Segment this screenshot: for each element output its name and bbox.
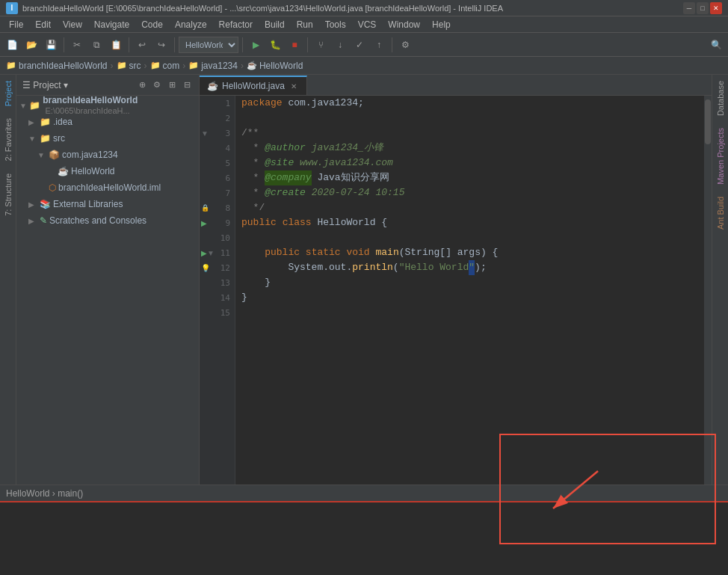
- sidebar-scope[interactable]: ⊕: [136, 79, 148, 91]
- sidebar-expand[interactable]: ⊞: [166, 79, 178, 91]
- sidebar-collapse[interactable]: ⊟: [181, 79, 193, 91]
- run-config-combo[interactable]: HelloWorld: [179, 37, 238, 53]
- vtab-favorites[interactable]: 2: Favorites: [0, 112, 16, 167]
- vtab-structure[interactable]: 7: Structure: [0, 167, 16, 222]
- code-line-4: * @author java1234_小锋: [241, 141, 698, 156]
- code-line-12: System.out.println("Hello World");: [241, 260, 698, 275]
- menu-vcs[interactable]: VCS: [352, 18, 383, 31]
- menu-refactor[interactable]: Refactor: [213, 18, 259, 31]
- breadcrumb-java1234[interactable]: 📁 java1234: [188, 61, 238, 71]
- tree-root[interactable]: ▼ 📁 branchIdeaHelloWorld E:\0065\branchI…: [16, 97, 199, 114]
- menu-edit[interactable]: Edit: [29, 18, 57, 31]
- project-sidebar: ☰ Project ▾ ⊕ ⚙ ⊞ ⊟ ▼ 📁 branchIdeaHelloW…: [16, 75, 200, 485]
- toolbar-sep-2: [129, 37, 129, 52]
- toolbar-settings[interactable]: ⚙: [396, 36, 414, 54]
- toolbar-debug[interactable]: 🐛: [266, 36, 284, 54]
- gutter-row-12: 💡 12: [200, 260, 235, 275]
- gutter-row-5: 5: [200, 156, 235, 170]
- fold-icon-11: ▼: [207, 249, 215, 257]
- code-line-7: * @create 2020-07-24 10:15: [241, 185, 698, 200]
- tree-scratches[interactable]: ▶ ✎ Scratches and Consoles: [16, 212, 199, 229]
- breadcrumb-root[interactable]: 📁 branchIdeaHelloWorld: [6, 61, 108, 71]
- menu-run[interactable]: Run: [291, 18, 319, 31]
- code-line-10: [241, 230, 698, 245]
- vtab-project[interactable]: Project: [0, 75, 16, 112]
- app-icon: I: [6, 2, 18, 14]
- breadcrumb-helloworld-label: HelloWorld: [259, 61, 303, 71]
- vtab-ant[interactable]: Ant Build: [712, 191, 728, 236]
- close-button[interactable]: ✕: [710, 2, 722, 14]
- toolbar-update[interactable]: ↓: [331, 36, 349, 54]
- right-scrollbar[interactable]: [704, 96, 712, 485]
- vtab-database[interactable]: Database: [712, 75, 728, 122]
- toolbar-stop[interactable]: ■: [286, 36, 303, 54]
- menu-code[interactable]: Code: [135, 18, 169, 31]
- toolbar-commit[interactable]: ✓: [351, 36, 368, 54]
- toolbar-cut[interactable]: ✂: [68, 36, 86, 54]
- vtab-maven[interactable]: Maven Projects: [712, 122, 728, 191]
- project-tree: ▼ 📁 branchIdeaHelloWorld E:\0065\branchI…: [16, 96, 199, 485]
- tree-src[interactable]: ▼ 📁 src: [16, 130, 199, 147]
- toolbar-search[interactable]: 🔍: [707, 36, 725, 54]
- code-line-13: }: [241, 275, 698, 290]
- tree-idea[interactable]: ▶ 📁 .idea: [16, 114, 199, 130]
- minimize-button[interactable]: ─: [683, 2, 695, 14]
- breadcrumb-helloworld[interactable]: ☕ HelloWorld: [247, 61, 303, 71]
- menu-file[interactable]: File: [3, 18, 29, 31]
- menu-build[interactable]: Build: [259, 18, 291, 31]
- tab-close-button[interactable]: ✕: [289, 81, 299, 91]
- toolbar-run[interactable]: ▶: [247, 36, 265, 54]
- toolbar-copy[interactable]: ⧉: [87, 36, 105, 54]
- tree-extlib[interactable]: ▶ 📚 External Libraries: [16, 196, 199, 212]
- toolbar-vcs[interactable]: ⑂: [312, 36, 330, 54]
- scroll-thumb: [705, 99, 711, 144]
- code-editor[interactable]: 1 2 ▼ 3 4 5 6 7: [200, 96, 712, 485]
- folder-icon-root: 📁: [29, 100, 40, 111]
- toolbar-paste[interactable]: 📋: [107, 36, 125, 54]
- breadcrumb-src[interactable]: 📁 src: [117, 61, 141, 71]
- sep2: ›: [144, 61, 147, 71]
- toolbar: 📄 📂 💾 ✂ ⧉ 📋 ↩ ↪ HelloWorld ▶ 🐛 ■ ⑂ ↓ ✓ ↑…: [0, 33, 728, 57]
- folder-icon: 📁: [6, 61, 16, 70]
- breadcrumb-com[interactable]: 📁 com: [150, 61, 180, 71]
- tree-label-src: src: [53, 133, 65, 144]
- menu-navigate[interactable]: Navigate: [88, 18, 135, 31]
- code-line-1: package com.java1234;: [241, 96, 698, 111]
- toolbar-push[interactable]: ↑: [370, 36, 388, 54]
- editor-area: ☕ HelloWorld.java ✕ 1 2 ▼ 3 4: [200, 75, 712, 485]
- java-file-icon: ☕: [58, 166, 69, 176]
- gutter-row-1: 1: [200, 96, 235, 111]
- editor-tabs: ☕ HelloWorld.java ✕: [200, 75, 712, 96]
- code-line-3: /**: [241, 126, 698, 141]
- line-gutter: 1 2 ▼ 3 4 5 6 7: [200, 96, 235, 485]
- toolbar-undo[interactable]: ↩: [133, 36, 151, 54]
- code-line-8: */: [241, 200, 698, 215]
- toolbar-open[interactable]: 📂: [22, 36, 40, 54]
- sidebar-settings[interactable]: ⚙: [151, 79, 163, 91]
- menu-view[interactable]: View: [57, 18, 88, 31]
- chevron-idea: ▶: [28, 118, 37, 126]
- toolbar-save[interactable]: 💾: [42, 36, 60, 54]
- folder-icon-src: 📁: [40, 133, 51, 144]
- code-line-14: }: [241, 290, 698, 305]
- menu-tools[interactable]: Tools: [319, 18, 352, 31]
- tree-package[interactable]: ▼ 📦 com.java1234: [16, 147, 199, 163]
- folder-icon-3: 📁: [150, 61, 161, 70]
- menu-window[interactable]: Window: [382, 18, 426, 31]
- tree-iml[interactable]: ▶ ⬡ branchIdeaHelloWorld.iml: [16, 179, 199, 196]
- window-controls: ─ □ ✕: [683, 2, 722, 14]
- tab-helloworld[interactable]: ☕ HelloWorld.java ✕: [200, 76, 307, 95]
- tree-helloworld[interactable]: ▶ ☕ HelloWorld: [16, 163, 199, 179]
- tree-label-helloworld: HelloWorld: [71, 166, 114, 176]
- run-arrow-11[interactable]: ▶: [201, 249, 207, 257]
- nav-breadcrumb: 📁 branchIdeaHelloWorld › 📁 src › 📁 com ›…: [0, 57, 728, 75]
- menu-help[interactable]: Help: [426, 18, 457, 31]
- toolbar-redo[interactable]: ↪: [152, 36, 170, 54]
- maximize-button[interactable]: □: [697, 2, 709, 14]
- toolbar-new[interactable]: 📄: [3, 36, 21, 54]
- menu-analyze[interactable]: Analyze: [169, 18, 213, 31]
- run-arrow-9[interactable]: ▶: [201, 219, 207, 227]
- tree-label-extlib: External Libraries: [53, 199, 123, 209]
- folder-icon-2: 📁: [117, 61, 127, 70]
- code-content[interactable]: package com.java1234; /** * @author java…: [235, 96, 704, 485]
